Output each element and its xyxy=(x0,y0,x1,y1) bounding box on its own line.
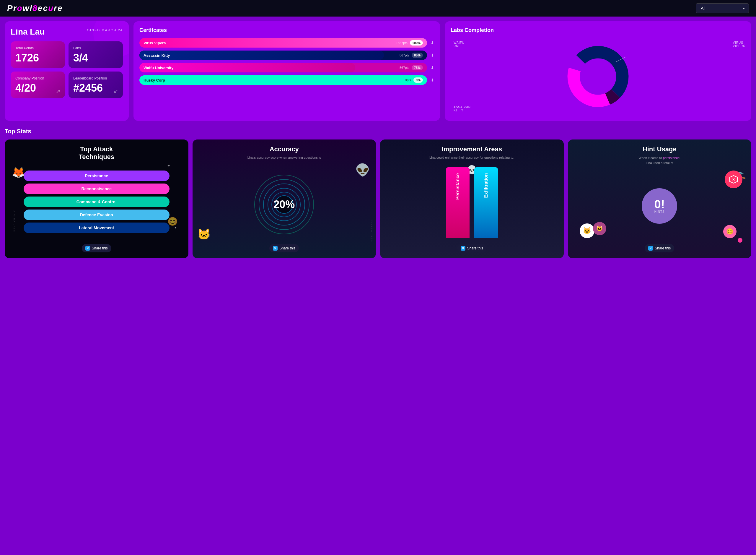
hints-center: 0! HINTS xyxy=(642,188,677,224)
cert-download-husky[interactable]: ⬇ xyxy=(431,78,434,82)
hint-bubble-cat1: 🐱 xyxy=(580,223,595,238)
improvement-title: Improvement Areas xyxy=(386,145,558,153)
stats-cards: Top AttackTechniques 🦊 ✦ Persistance Rec… xyxy=(5,139,751,258)
total-points-label: Total Points xyxy=(15,46,60,50)
svg-point-3 xyxy=(580,59,616,94)
cat-mascot-accuracy: 🐱 xyxy=(197,228,210,241)
profile-card: Lina Lau JOINED MARCH 24 Total Points 17… xyxy=(5,21,129,121)
cert-pct-assassin: 85% xyxy=(412,53,423,58)
fox-mascot: 🦊 xyxy=(12,166,25,179)
smiley-icon: 😊 xyxy=(168,217,178,226)
hints-label: HINTS xyxy=(654,210,665,213)
cert-pts-assassin: 867pts xyxy=(399,53,409,57)
pill-evasion[interactable]: Defence Evasion xyxy=(23,210,170,220)
company-position-label: Company Position xyxy=(15,76,60,80)
profile-section: Lina Lau JOINED MARCH 24 Total Points 17… xyxy=(5,21,751,121)
share-label-hints: Share this xyxy=(655,246,671,250)
logo: Prowl8ecure xyxy=(7,4,63,13)
section-title: Top Stats xyxy=(5,128,751,135)
cert-pct-husky: 0% xyxy=(414,77,423,83)
labs-box: Labs 3/4 xyxy=(68,41,123,68)
top-stats-section: Top Stats Top AttackTechniques 🦊 ✦ Persi… xyxy=(5,126,751,261)
leaderboard-value: #2456 xyxy=(73,83,118,93)
xintra-icon: X xyxy=(729,175,738,184)
donut-chart xyxy=(566,44,630,109)
improvement-subtitle: Lina could enhance their accuracy for qu… xyxy=(386,156,558,160)
cert-pts-virus: 1567pts xyxy=(396,41,408,45)
cert-row-waifu: Waifu University 567pts 75% ⬇ xyxy=(139,63,434,73)
imp-bar-persistance-wrapper: Persistance xyxy=(446,167,470,238)
imp-bar-label-exfiltration: Exfiltration xyxy=(483,170,489,202)
sparkle-icon: ✦ xyxy=(167,163,171,168)
pill-lateral[interactable]: Lateral Movement xyxy=(23,222,170,233)
imp-bar-exfiltration: Exfiltration xyxy=(474,167,498,238)
share-btn-hints[interactable]: ✕ Share this xyxy=(645,244,674,252)
share-btn-attack[interactable]: ✕ Share this xyxy=(82,244,111,252)
hint-highlight: persistence xyxy=(663,156,679,160)
cert-pts-waifu: 567pts xyxy=(399,66,409,70)
pill-c2[interactable]: Command & Control xyxy=(23,197,170,207)
x-icon-hints: ✕ xyxy=(648,246,653,251)
cert-download-assassin[interactable]: ⬇ xyxy=(431,53,434,58)
joined-date: JOINED MARCH 24 xyxy=(85,28,123,32)
labs-label: Labs xyxy=(73,46,118,50)
x-icon-attack: ✕ xyxy=(85,246,90,251)
x-icon-accuracy: ✕ xyxy=(273,246,278,251)
imp-bar-label-persistance: Persistance xyxy=(455,170,460,203)
total-points-box: Total Points 1726 xyxy=(11,41,65,68)
share-btn-accuracy[interactable]: ✕ Share this xyxy=(269,244,299,252)
sparkle-small-icon: ✦ xyxy=(174,226,177,229)
cert-name-waifu: Waifu University xyxy=(144,66,173,70)
share-btn-improvement[interactable]: ✕ Share this xyxy=(457,244,487,252)
company-position-value: 4/20 xyxy=(15,83,60,93)
cert-name-assassin: Assassin Kitty xyxy=(144,53,170,58)
labs-value: 3/4 xyxy=(73,53,118,63)
accuracy-card: Accuracy Lina's accuracy score when answ… xyxy=(193,139,376,258)
cert-pct-virus: 100% xyxy=(410,40,423,45)
pink-dot xyxy=(738,238,743,243)
company-position-box: Company Position 4/20 ↗ xyxy=(11,72,65,98)
trend-down-icon: ↙ xyxy=(114,88,118,94)
share-label-accuracy: Share this xyxy=(279,246,295,250)
pill-persistance[interactable]: Persistance xyxy=(23,171,170,181)
improvement-card: Improvement Areas Lina could enhance the… xyxy=(380,139,564,258)
imp-bar-exfiltration-wrapper: Exfiltration xyxy=(474,167,498,238)
cat2-emoji: 😺 xyxy=(596,225,603,232)
attack-title: Top AttackTechniques xyxy=(11,145,183,161)
total-points-value: 1726 xyxy=(15,53,60,63)
filter-wrapper: All 2024 2023 xyxy=(696,3,749,13)
improvement-bars: 💀 Persistance Exfiltration xyxy=(386,165,558,244)
techniques-list: 🦊 ✦ Persistance Reconnaisance Command & … xyxy=(11,163,183,244)
imp-bar-persistance: Persistance xyxy=(446,167,470,238)
hint-card: Hint Usage When it came to persistence, … xyxy=(568,139,752,258)
hints-number: 0! xyxy=(654,198,665,210)
share-label-improvement: Share this xyxy=(467,246,483,250)
cert-download-virus[interactable]: ⬇ xyxy=(431,41,434,45)
labs-card: Labs Completion WAIFUUNI VIRUSVIPERS ASS… xyxy=(445,21,751,121)
x-icon-improvement: ✕ xyxy=(461,246,465,251)
certs-title: Certifcates xyxy=(139,27,434,33)
accuracy-subtitle: Lina's accuracy score when answering que… xyxy=(198,156,370,160)
leaderboard-label: Leaderboard Position xyxy=(73,76,118,80)
attack-card: Top AttackTechniques 🦊 ✦ Persistance Rec… xyxy=(5,139,188,258)
hint-bubble-cat2: 😺 xyxy=(593,222,606,235)
accuracy-value: 20% xyxy=(274,198,295,211)
cert-download-waifu[interactable]: ⬇ xyxy=(431,65,434,70)
hint-bubble-xintra: X xyxy=(725,171,743,188)
hint-subtitle: When it came to persistence, Lina used a… xyxy=(574,156,746,165)
filter-dropdown[interactable]: All 2024 2023 xyxy=(696,3,749,13)
trend-up-icon: ↗ xyxy=(56,88,60,94)
hint-bubble-smiley: 😊 xyxy=(723,225,737,238)
pill-recon[interactable]: Reconnaisance xyxy=(23,183,170,194)
share-label-attack: Share this xyxy=(92,246,108,250)
cert-name-virus: Virus Vipers xyxy=(144,41,166,45)
xintra-watermark-accuracy: XINTRA.LABS xyxy=(370,220,373,242)
stats-grid: Total Points 1726 Labs 3/4 Company Posit… xyxy=(11,41,123,98)
xintra-watermark-attack: XINTRA.LABS xyxy=(13,210,16,232)
smiley-emoji: 😊 xyxy=(726,228,734,235)
hints-visual: ⚒️ 0! HINTS X 🐱 xyxy=(574,168,746,244)
donut-label-virus: VIRUSVIPERS xyxy=(733,41,745,48)
donut-label-assassin: ASSASSINKITTY xyxy=(454,105,471,112)
leaderboard-box: Leaderboard Position #2456 ↙ xyxy=(68,72,123,98)
accuracy-title: Accuracy xyxy=(198,145,370,153)
